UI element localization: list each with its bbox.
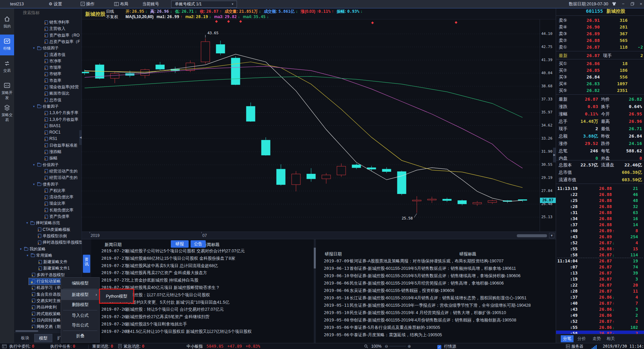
tick-row[interactable]: :4326.86↓3 (556, 306, 644, 312)
tree-item-流动负债比率[interactable]: V流动负债比率 (45, 194, 82, 200)
bid-row-5[interactable]: 买⑤26.822351 (556, 87, 644, 94)
chart-scrollbar-thumb[interactable] (517, 234, 547, 237)
tree-expand-arrow[interactable]: ▼ (33, 162, 36, 168)
urgent-messages[interactable]: 紧急消息:0 (123, 343, 144, 349)
news-row[interactable]: 2019-07-262天签约3天变更、5天付款 新城“闪卖”10项目回血41.5… (101, 299, 312, 306)
news-row[interactable]: 2019-07-26新城控股这5个项目刚拿地就出手 (101, 320, 312, 328)
tick-row[interactable]: 11:13:1926.8821 (556, 186, 644, 192)
research-row[interactable]: 2019-05-10民生证券-新城控股-601155-2019年 4 月经营简报… (324, 309, 556, 316)
tick-row[interactable]: :2826.8832 (556, 204, 644, 210)
quote-panel-collapse-handle[interactable]: ▶ (553, 148, 556, 162)
quote-tab-相关[interactable]: 相关 (604, 335, 617, 342)
quote-source-toggle[interactable]: ✓ 行情源 (437, 343, 456, 349)
news-row[interactable]: 2019-07-26新城控股作价27亿再卖5笔资产 金科继续扫货 (101, 313, 312, 320)
settings-menu[interactable]: ⚙ 设置 (49, 0, 62, 8)
menu-item-删除模型[interactable]: 删除模型 (61, 300, 99, 310)
tree-item-总资产收益率F[interactable]: V总资产收益率（F (45, 39, 82, 45)
tree-item-市现率[interactable]: V市现率 (45, 64, 82, 71)
tree-item-日收益率标准差[interactable]: V日收益率标准差 (45, 142, 82, 149)
tree-expand-arrow[interactable]: ▼ (26, 220, 29, 226)
tree-item-现金比率[interactable]: V现金比率 (45, 200, 82, 207)
rail-item-3[interactable]: 交易 (0, 57, 14, 78)
tree-item-资产收益率RO[interactable]: V资产收益率（RO (45, 32, 82, 39)
quote-tab-分价[interactable]: 分价 (575, 335, 588, 342)
expand-chart-button[interactable]: ▼ (549, 233, 554, 238)
tick-row[interactable]: :5526.88↑15 (556, 246, 644, 252)
tree-item-价量因子[interactable]: ▼价量因子 (33, 103, 82, 110)
sidebar-tab-板块[interactable]: 板块 (17, 334, 34, 342)
restore-button[interactable] (628, 0, 636, 8)
research-row[interactable]: 2019-05-06中泰证券-月度策略：震荡延续，结构为上-190505 (324, 331, 556, 339)
bid-row-1[interactable]: 买①26.8618 (556, 60, 644, 67)
tree-expand-arrow[interactable]: ▼ (33, 103, 36, 110)
minimize-button[interactable]: − (619, 0, 627, 8)
tick-row[interactable]: :4326.89254 (556, 234, 644, 240)
bid-row-2[interactable]: 买②26.85186 (556, 67, 644, 74)
tree-item-136个月换手率[interactable]: V1,3,6个月换手率 (45, 110, 82, 116)
search-input[interactable] (15, 9, 81, 16)
news-row[interactable]: 2019-07-26继41.5亿元转让10个项目股权后 新城控股又以27亿转让5… (101, 328, 312, 335)
kline-chart[interactable]: 43.6525.58 44.1042.7541.3940.0438.6837.3… (82, 19, 556, 232)
quote-tab-走势[interactable]: 走势 (590, 335, 603, 342)
rail-item-1[interactable]: 我的 (0, 12, 14, 33)
tick-row[interactable]: :5526.86↓102 (556, 325, 644, 331)
tick-row[interactable]: :3126.8863 (556, 210, 644, 216)
tree-item-账面市值比[interactable]: V账面市值比 (45, 90, 82, 97)
tick-row[interactable]: :1326.8739 (556, 270, 644, 276)
sidebar-collapse-handle[interactable]: ◀ (79, 130, 82, 145)
research-row[interactable]: 2019-06-06东吴证券-新城控股-601155-销售靓丽，投资积极-190… (324, 287, 556, 294)
tree-item-资产负债率[interactable]: V资产负债率 (45, 213, 82, 220)
ask-row-4[interactable]: 卖④26.90281 (556, 24, 644, 31)
bid-row-3[interactable]: 买③26.84556 (556, 74, 644, 81)
tick-row[interactable]: :2226.8846 (556, 192, 644, 198)
tab-news[interactable]: 资讯 (83, 255, 90, 273)
important-messages[interactable]: 重要消息:0 (92, 343, 113, 349)
ask-row-2[interactable]: 卖②26.88565 (556, 37, 644, 44)
research-row[interactable]: 2019-05-16长江证券-新城控股-601155-2019年4月销售点评：销… (324, 294, 556, 302)
tree-item-择时选股模型单股模型[interactable]: V择时选股模型单股模型 (38, 239, 82, 246)
tree-item-涨跌幅[interactable]: V涨跌幅 (45, 149, 82, 155)
research-row[interactable]: 2019-07-09银河证券-A股股票池及策略周报：对市场保持谨慎乐观，布局长期… (324, 257, 556, 265)
tree-item-债务因子[interactable]: ▼债务因子 (33, 181, 82, 188)
news-row[interactable]: 2019-07-27新城控股逾68亿转让15个项目公司股权 金科股份接盘了8家 (101, 255, 312, 262)
tree-item-经营活动产生的[interactable]: V经营活动产生的 (45, 174, 82, 181)
research-row[interactable]: 2019-05-11民生证券-新城控股-601155-2019年一季报点评：营收… (324, 302, 556, 309)
announcement-button[interactable]: 公告 (191, 240, 206, 248)
news-row[interactable]: 2019-07-26新城控股：以27.07亿元转让5个项目公司股权 (101, 291, 312, 299)
tick-row[interactable]: :4026.87↑7 (556, 300, 644, 306)
tree-item-产权比率[interactable]: V产权比率 (45, 188, 82, 194)
tick-row[interactable]: :3426.8816 (556, 216, 644, 222)
tree-item-经营活动产生的[interactable]: V经营活动产生的 (45, 168, 82, 174)
menu-item-导出公式[interactable]: 导出公式 (61, 320, 99, 330)
tree-item-流通市值[interactable]: V流通市值 (45, 52, 82, 58)
research-row[interactable]: 2019-05-08华创证券-新城控股-601155-2019年4月份销售数据点… (324, 316, 556, 324)
menu-item-新建模型[interactable]: 新建模型› (61, 289, 99, 300)
tick-row[interactable]: :3726.8814 (556, 222, 644, 228)
period-label[interactable]: 日线 (106, 9, 114, 14)
tick-row[interactable]: :4926.862 (556, 312, 644, 318)
close-button[interactable]: × (637, 0, 644, 8)
tree-item-主营收入[interactable]: V主营收入 (45, 26, 82, 32)
bid-row-4[interactable]: 买④26.831097 (556, 81, 644, 87)
tick-row[interactable]: :5226.87↑2 (556, 318, 644, 325)
tick-row[interactable]: 11:14:0426.8719 (556, 258, 644, 264)
tree-expand-arrow[interactable]: ▼ (19, 246, 23, 252)
zoom-control[interactable]: 100% ⊖⊕ (364, 343, 411, 349)
rail-item-2[interactable]: 行情 (0, 35, 14, 55)
tick-row[interactable]: :5826.87↓114 (556, 252, 644, 258)
tree-item-市净率[interactable]: V市净率 (45, 58, 82, 64)
ask-row-5[interactable]: 卖⑤26.91316 (556, 17, 644, 24)
operations-menu[interactable]: 操作 (81, 0, 94, 8)
tree-expand-arrow[interactable]: ▼ (33, 45, 36, 51)
menu-item-编辑模型[interactable]: 编辑模型 (61, 279, 99, 288)
tree-item-长期负债比率[interactable]: V长期负债比率 (45, 207, 82, 213)
news-row[interactable]: 2019-07-27新城控股甩卖40亿元项目 新城控股断臂能否求生？ (101, 284, 312, 291)
menu-item-导入公式[interactable]: 导入公式 (61, 311, 99, 320)
tree-item-常用策略[interactable]: ▼常用策略 (26, 252, 82, 259)
server-status[interactable]: 服务器 (566, 343, 583, 349)
account-mode-dropdown[interactable]: 单账号模式 1/1 ▼ (171, 1, 237, 8)
tree-item-价值因子[interactable]: ▼价值因子 (33, 162, 82, 168)
tick-row[interactable]: :1926.873 (556, 276, 644, 282)
research-row[interactable]: 2019-06-06民生证券-新城控股-601155-2019年5月经营简报点评… (324, 280, 556, 287)
research-button[interactable]: 研报 (171, 240, 189, 248)
